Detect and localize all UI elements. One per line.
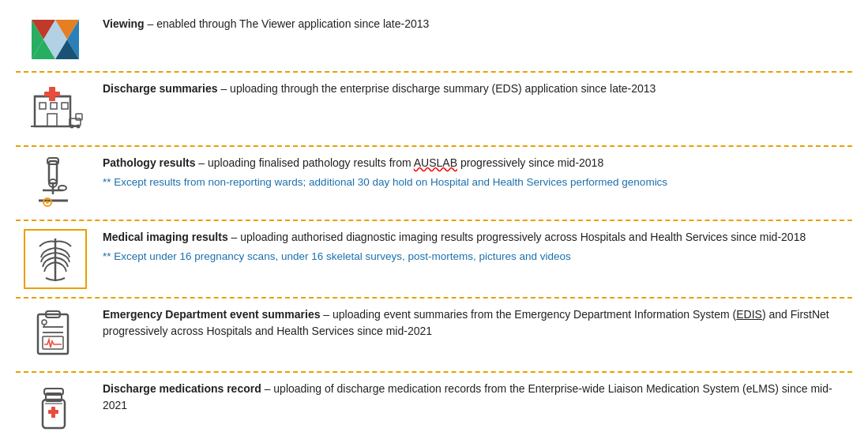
row-discharge: Discharge summaries – uploading through … bbox=[16, 73, 852, 147]
row-pathology: Pathology results – uploading finalised … bbox=[16, 147, 852, 221]
icon-cell-hospital bbox=[16, 81, 103, 137]
icon-cell-medication bbox=[16, 381, 103, 438]
microscope-icon bbox=[27, 155, 84, 212]
svg-rect-13 bbox=[62, 103, 68, 109]
text-discharge: Discharge summaries – uploading through … bbox=[103, 81, 852, 100]
medication-icon bbox=[27, 381, 84, 438]
row-imaging: Medical imaging results – uploading auth… bbox=[16, 221, 852, 299]
emergency-icon bbox=[27, 306, 84, 363]
svg-point-28 bbox=[58, 186, 66, 190]
label-medications: Discharge medications record bbox=[103, 382, 261, 395]
svg-rect-40 bbox=[48, 410, 58, 414]
svg-point-18 bbox=[77, 125, 81, 129]
label-emergency: Emergency Department event summaries bbox=[103, 308, 320, 321]
main-container: Viewing – enabled through The Viewer app… bbox=[0, 0, 868, 447]
svg-point-27 bbox=[46, 201, 49, 204]
icon-cell-emergency bbox=[16, 306, 103, 363]
text-pathology: Pathology results – uploading finalised … bbox=[103, 155, 852, 193]
hospital-icon bbox=[27, 81, 84, 137]
xray-icon bbox=[30, 232, 81, 286]
svg-point-17 bbox=[70, 125, 74, 129]
text-medications: Discharge medications record – uploading… bbox=[103, 381, 852, 417]
icon-cell-logo bbox=[16, 16, 103, 63]
note-imaging: ** Except under 16 pregnancy scans, unde… bbox=[103, 249, 852, 265]
svg-rect-14 bbox=[47, 114, 57, 126]
text-viewing: Viewing – enabled through The Viewer app… bbox=[103, 16, 852, 36]
row-emergency: Emergency Department event summaries – u… bbox=[16, 299, 852, 373]
svg-rect-11 bbox=[39, 103, 46, 109]
row-viewing: Viewing – enabled through The Viewer app… bbox=[16, 8, 852, 73]
svg-point-35 bbox=[42, 320, 47, 325]
row-medications: Discharge medications record – uploading… bbox=[16, 373, 852, 445]
desc-discharge: – uploading through the enterprise disch… bbox=[218, 82, 656, 95]
desc-pathology: – uploading finalised pathology results … bbox=[195, 156, 603, 169]
desc-imaging: – uploading authorised diagnostic imagin… bbox=[228, 231, 806, 243]
svg-rect-12 bbox=[51, 103, 57, 109]
desc-viewing: – enabled through The Viewer application… bbox=[145, 17, 430, 30]
label-discharge: Discharge summaries bbox=[103, 82, 218, 95]
svg-rect-19 bbox=[76, 114, 82, 120]
svg-rect-10 bbox=[44, 92, 60, 96]
label-pathology: Pathology results bbox=[103, 156, 195, 169]
text-emergency: Emergency Department event summaries – u… bbox=[103, 306, 852, 343]
label-viewing: Viewing bbox=[103, 17, 145, 30]
icon-cell-xray bbox=[16, 229, 103, 289]
icon-cell-microscope bbox=[16, 155, 103, 212]
text-imaging: Medical imaging results – uploading auth… bbox=[103, 229, 852, 268]
note-pathology: ** Except results from non-reporting war… bbox=[103, 175, 852, 190]
label-imaging: Medical imaging results bbox=[103, 231, 228, 243]
logo-icon bbox=[28, 16, 83, 63]
